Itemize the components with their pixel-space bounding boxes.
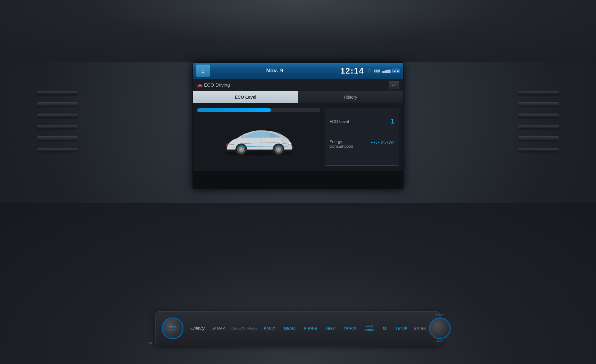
vent-slat	[37, 136, 78, 140]
map-voice-button[interactable]: MAPVOICE	[361, 323, 378, 334]
push-label: PUSH	[169, 328, 177, 331]
consumption-label: EnergyConsumption	[329, 139, 371, 149]
tune-label: TUNE	[436, 314, 444, 317]
phone-button[interactable]: PHONE	[300, 323, 321, 334]
tab-eco-level[interactable]: ECO Level	[193, 91, 298, 103]
infotainment-screen: ⌂ Nov. 9 12:14 🎵 ▮▮▮ ▄▅▆ LTE 🚗 ECO Drivi…	[192, 62, 404, 189]
svg-rect-13	[282, 138, 286, 140]
dash-top	[0, 0, 596, 62]
energy-consumption-row: EnergyConsumption --.- mi/kWh	[325, 135, 399, 166]
header-date: Nov. 9	[212, 68, 337, 74]
car-image-area	[197, 116, 320, 166]
screen-subtitle-bar: 🚗 ECO Driving ↩	[193, 79, 403, 91]
status-icons: 🎵 ▮▮▮ ▄▅▆ LTE	[367, 69, 400, 73]
left-air-vent	[37, 87, 78, 155]
subtitle-text: 🚗 ECO Driving	[197, 82, 389, 88]
track-button[interactable]: TRACK	[340, 323, 360, 334]
header-time: 12:14	[341, 66, 364, 76]
radio-button[interactable]: RADIO	[260, 323, 279, 334]
vent-slat	[518, 136, 559, 140]
tab-history[interactable]: History	[298, 91, 403, 103]
consumption-dashes: --.-	[371, 139, 380, 145]
recycle-button[interactable]: ⟳	[379, 323, 391, 334]
back-button[interactable]: ↩	[389, 81, 399, 89]
eco-progress-bar	[197, 108, 320, 112]
vent-slat	[37, 148, 78, 151]
consumption-unit: mi/kWh	[381, 140, 395, 145]
home-button[interactable]: ⌂	[196, 65, 210, 77]
setup-button[interactable]: SETUP	[391, 323, 411, 334]
vent-slat	[37, 91, 78, 94]
left-panel	[197, 108, 320, 166]
eco-bar-fill	[197, 108, 271, 112]
svg-point-10	[240, 148, 242, 151]
battery-icon: ▮▮▮	[374, 69, 380, 73]
sd-map-label: S∂ MAP	[212, 326, 225, 330]
control-strip: PWR PUSH ∞nfinity S∂ MAP ⊙SiriusXM ⊙Radi…	[155, 311, 441, 345]
right-air-vent	[518, 87, 559, 155]
home-icon: ⌂	[201, 68, 205, 74]
pwr-label: PWR	[169, 326, 176, 328]
eco-level-value: 1	[391, 117, 395, 125]
screen-content: ECO Level 1 EnergyConsumption --.- mi/kW…	[193, 103, 403, 171]
signal-icon: ▄▅▆	[382, 69, 391, 73]
vent-slat	[518, 114, 559, 117]
tune-knob[interactable]	[429, 317, 451, 339]
radio-service-label: ⊙SiriusXM ⊙Radio	[231, 327, 257, 330]
vol-label: VOL	[149, 341, 155, 345]
vent-slat	[37, 125, 78, 128]
seek-button[interactable]: SEEK	[322, 323, 339, 334]
media-button[interactable]: MEDIA	[280, 323, 300, 334]
vent-slat	[518, 102, 559, 106]
lte-badge: LTE	[392, 69, 400, 73]
enter-label: ENTER	[414, 326, 426, 330]
svg-point-6	[278, 148, 280, 151]
tab-bar: ECO Level History	[193, 91, 403, 103]
tune-section: TUNE FILE	[429, 314, 451, 343]
eco-level-row: ECO Level 1	[325, 108, 399, 135]
consumption-value: --.- mi/kWh	[371, 139, 395, 145]
control-buttons: RADIO MEDIA PHONE SEEK TRACK MAPVOICE ⟳ …	[260, 323, 411, 334]
car-silhouette	[221, 122, 296, 160]
vent-slat	[37, 102, 78, 106]
vent-slat	[518, 125, 559, 128]
screen-header: ⌂ Nov. 9 12:14 🎵 ▮▮▮ ▄▅▆ LTE	[193, 63, 403, 79]
power-knob[interactable]: PWR PUSH	[162, 317, 183, 339]
bluetooth-icon: 🎵	[367, 69, 372, 73]
file-inline-label: FILE	[437, 340, 443, 343]
vent-slat	[518, 91, 559, 94]
vent-slat	[518, 148, 559, 151]
eco-level-label: ECO Level	[329, 119, 391, 124]
back-icon: ↩	[392, 83, 396, 88]
eco-info-panel: ECO Level 1 EnergyConsumption --.- mi/kW…	[325, 108, 399, 166]
brand-label: ∞nfinity	[190, 326, 205, 331]
vent-slat	[37, 114, 78, 117]
